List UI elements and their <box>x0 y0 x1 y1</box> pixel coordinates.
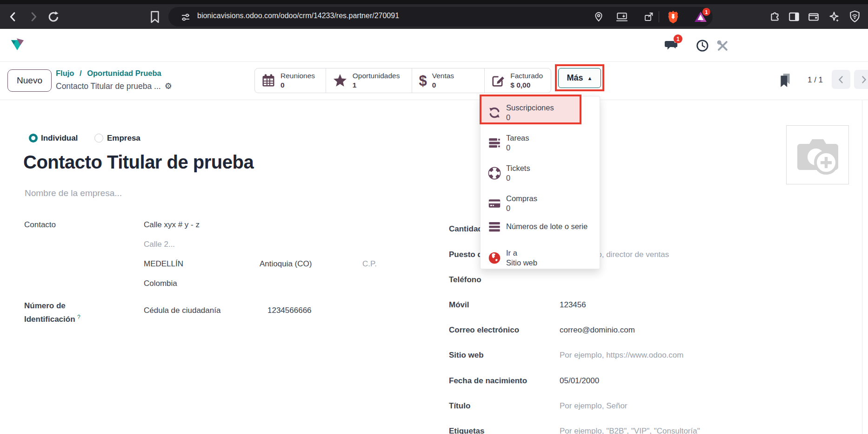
star-icon <box>333 73 347 88</box>
browser-toolbar: bionicavisions.odoo.com/odoo/crm/14233/r… <box>0 0 868 29</box>
dropdown-item-suscripciones[interactable]: Suscripciones0 <box>481 103 600 123</box>
radio-empresa-label[interactable]: Empresa <box>107 134 140 143</box>
new-button[interactable]: Nuevo <box>7 69 52 92</box>
dropdown-item-tareas[interactable]: Tareas0 <box>481 133 600 154</box>
city-input[interactable]: MEDELLÍN <box>144 259 260 269</box>
country-input[interactable]: Colombia <box>144 279 177 288</box>
field-contacto: ContactoCalle xyx # y - z <box>24 220 200 230</box>
more-button[interactable]: Más▲ <box>558 68 601 88</box>
address-bar[interactable]: bionicavisions.odoo.com/odoo/crm/14233/r… <box>168 7 713 27</box>
leo-ai-sparkle-icon[interactable] <box>828 11 840 23</box>
help-icon[interactable]: ? <box>77 314 80 320</box>
next-record-button[interactable] <box>854 70 868 89</box>
forward-icon[interactable] <box>27 10 40 23</box>
refresh-icon <box>488 106 501 119</box>
globe-icon <box>488 251 501 264</box>
bookmark-icon[interactable] <box>150 11 160 23</box>
crm-app-icon[interactable] <box>9 37 25 52</box>
state-input[interactable]: Antioquia (CO) <box>260 259 362 269</box>
breadcrumb-oportunidad[interactable]: Oportunidad Prueba <box>87 69 161 77</box>
caret-up-icon: ▲ <box>588 75 593 81</box>
identification-row: Cédula de ciudadanía1234566666 <box>144 306 312 315</box>
correo-input[interactable]: correo@dominio.com <box>560 326 635 334</box>
stat-value: 0 <box>280 81 315 90</box>
contacto-label: Contacto <box>24 220 144 230</box>
stat-ventas[interactable]: $ Ventas0 <box>412 68 485 93</box>
breadcrumb-flujo[interactable]: Flujo <box>56 69 74 77</box>
save-offline-icon[interactable] <box>616 12 628 22</box>
city-row: MEDELLÍNAntioquia (CO)C.P. <box>144 259 377 269</box>
stat-button-group: Reuniones0 Oportunidades1 $ Ventas0 Fact… <box>254 68 551 93</box>
more-dropdown-menu: Suscripciones0 Tareas0 Tickets0 Compras0… <box>480 96 600 269</box>
toolbar-separator <box>659 11 659 22</box>
wallet-icon[interactable] <box>808 11 820 23</box>
record-name[interactable]: Contacto Titular de prueba ... <box>56 81 161 91</box>
identification-number-input[interactable]: 1234566666 <box>267 306 312 315</box>
chevron-right-icon <box>860 75 868 84</box>
dropdown-item-compras[interactable]: Compras0 <box>481 194 600 214</box>
contact-title[interactable]: Contacto Titular de prueba <box>23 152 254 173</box>
lifering-icon <box>488 167 501 180</box>
stat-value: 0 <box>432 81 454 90</box>
contact-photo-upload[interactable] <box>786 125 849 184</box>
messages-badge: 1 <box>674 34 682 43</box>
zip-input[interactable]: C.P. <box>362 259 377 268</box>
fecha-input[interactable]: 05/01/2000 <box>560 376 599 385</box>
browser-top-strip <box>0 0 868 4</box>
sitio-web-input[interactable]: Por ejemplo, https://www.odoo.com <box>560 351 683 359</box>
calendar-icon <box>261 74 275 88</box>
radio-empresa[interactable] <box>94 134 103 142</box>
field-titulo: TítuloPor ejemplo, Señor <box>449 401 628 411</box>
back-icon[interactable] <box>7 10 20 23</box>
company-name-input[interactable]: Nombre de la empresa... <box>25 188 122 198</box>
stat-oportunidades[interactable]: Oportunidades1 <box>326 68 413 93</box>
list-icon <box>488 220 501 233</box>
sheet-divider <box>862 100 862 434</box>
stat-value: $ 0,00 <box>510 81 543 90</box>
activities-clock-icon[interactable] <box>696 39 709 52</box>
odoo-navbar: CRM Ventas Leads: Prospectos Reportes Co… <box>0 29 868 62</box>
bookmark-flag-icon[interactable] <box>779 73 792 88</box>
movil-input[interactable]: 123456 <box>560 300 586 309</box>
tools-icon[interactable] <box>716 40 729 52</box>
sidebar-icon[interactable] <box>788 11 800 23</box>
control-panel: Nuevo Flujo / Oportunidad Prueba Contact… <box>0 62 868 100</box>
dollar-icon: $ <box>419 74 427 88</box>
street-input[interactable]: Calle xyx # y - z <box>144 220 200 229</box>
share-icon[interactable] <box>644 12 654 22</box>
edit-icon <box>491 74 505 88</box>
dropdown-item-numeros-lote[interactable]: Números de lote o serie <box>481 220 600 233</box>
dropdown-item-ir-a-sitio-web[interactable]: Ir aSitio web <box>481 248 600 269</box>
tasks-icon <box>488 136 501 149</box>
radio-individual-label[interactable]: Individual <box>41 134 78 143</box>
settings-gear-icon[interactable]: ⚙ <box>165 81 172 91</box>
stat-facturado[interactable]: Facturado$ 0,00 <box>485 68 551 93</box>
extensions-puzzle-icon[interactable] <box>768 11 781 23</box>
etiquetas-input[interactable]: Por ejemplo, "B2B", "VIP", "Consultoría" <box>560 427 700 434</box>
reload-icon[interactable] <box>47 10 60 24</box>
stat-label: Ventas <box>432 71 454 81</box>
field-telefono: Teléfono <box>449 275 560 285</box>
vpn-shield-icon[interactable] <box>848 10 861 23</box>
prev-record-button[interactable] <box>832 70 850 89</box>
field-etiquetas: EtiquetasPor ejemplo, "B2B", "VIP", "Con… <box>449 427 700 434</box>
url-text[interactable]: bionicavisions.odoo.com/odoo/crm/14233/r… <box>197 12 399 20</box>
field-movil: Móvil123456 <box>449 300 586 310</box>
credit-card-icon <box>488 197 501 210</box>
field-sitio-web: Sitio webPor ejemplo, https://www.odoo.c… <box>449 351 683 360</box>
titulo-input[interactable]: Por ejemplo, Señor <box>560 401 628 410</box>
record-name-row: Contacto Titular de prueba ...⚙ <box>56 81 172 91</box>
dropdown-item-tickets[interactable]: Tickets0 <box>481 163 600 184</box>
location-icon[interactable] <box>594 12 604 22</box>
identification-label-line2: Identificación ? <box>24 314 80 324</box>
identification-type-select[interactable]: Cédula de ciudadanía <box>144 306 267 315</box>
site-settings-icon[interactable] <box>180 12 191 22</box>
odoo-crm-contact-page: bionicavisions.odoo.com/odoo/crm/14233/r… <box>0 0 868 434</box>
breadcrumb: Flujo / Oportunidad Prueba <box>56 69 161 78</box>
street2-input[interactable]: Calle 2... <box>144 240 175 249</box>
pager-counter: 1 / 1 <box>808 75 823 85</box>
radio-individual[interactable] <box>29 134 38 142</box>
stat-value: 1 <box>353 81 400 90</box>
brave-shields-icon[interactable] <box>667 10 679 24</box>
stat-reuniones[interactable]: Reuniones0 <box>255 68 326 93</box>
